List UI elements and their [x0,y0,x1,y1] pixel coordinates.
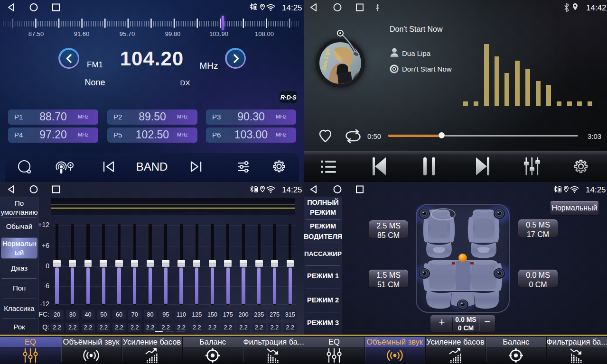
svg-text:BAND: BAND [136,160,168,173]
